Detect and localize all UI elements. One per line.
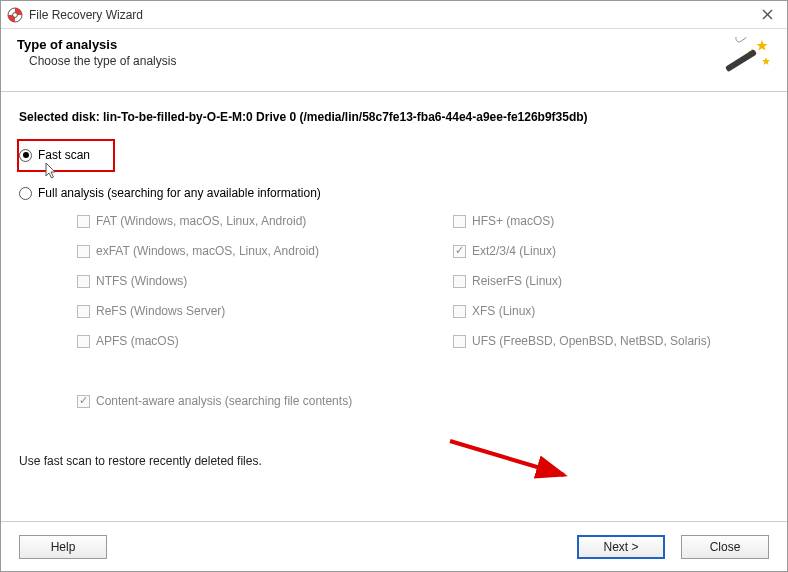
fs-option-reiser: ReiserFS (Linux) — [453, 274, 769, 288]
fs-option-ext: Ext2/3/4 (Linux) — [453, 244, 769, 258]
svg-marker-6 — [762, 57, 770, 65]
checkbox-checked-icon — [453, 245, 466, 258]
checkbox-icon — [77, 335, 90, 348]
fs-option-apfs: APFS (macOS) — [77, 334, 393, 348]
radio-unchecked-icon — [19, 187, 32, 200]
full-analysis-label: Full analysis (searching for any availab… — [38, 186, 321, 200]
page-title: Type of analysis — [17, 37, 725, 52]
hint-text: Use fast scan to restore recently delete… — [19, 454, 769, 468]
titlebar: File Recovery Wizard — [1, 1, 787, 29]
selected-disk-label: Selected disk: lin-To-be-filled-by-O-E-M… — [19, 110, 769, 124]
fs-option-fat: FAT (Windows, macOS, Linux, Android) — [77, 214, 393, 228]
checkbox-icon — [77, 245, 90, 258]
svg-rect-8 — [735, 37, 747, 43]
checkbox-icon — [453, 215, 466, 228]
checkbox-icon — [453, 335, 466, 348]
close-window-button[interactable] — [747, 1, 787, 29]
fs-option-refs: ReFS (Windows Server) — [77, 304, 393, 318]
close-icon — [762, 9, 773, 20]
next-button[interactable]: Next > — [577, 535, 665, 559]
close-button[interactable]: Close — [681, 535, 769, 559]
fs-option-ntfs: NTFS (Windows) — [77, 274, 393, 288]
wizard-window: File Recovery Wizard Type of analysis Ch… — [0, 0, 788, 572]
content-aware-label: Content-aware analysis (searching file c… — [96, 394, 352, 408]
full-analysis-option[interactable]: Full analysis (searching for any availab… — [19, 184, 769, 202]
checkbox-icon — [77, 215, 90, 228]
fs-option-xfs: XFS (Linux) — [453, 304, 769, 318]
radio-checked-icon — [19, 149, 32, 162]
help-button[interactable]: Help — [19, 535, 107, 559]
wizard-wand-icon — [725, 37, 771, 77]
svg-marker-4 — [757, 40, 768, 51]
checkbox-checked-icon — [77, 395, 90, 408]
wizard-body: Selected disk: lin-To-be-filled-by-O-E-M… — [1, 92, 787, 521]
window-title: File Recovery Wizard — [29, 8, 747, 22]
fs-option-hfs: HFS+ (macOS) — [453, 214, 769, 228]
fs-option-exfat: exFAT (Windows, macOS, Linux, Android) — [77, 244, 393, 258]
svg-point-1 — [13, 12, 18, 17]
mouse-cursor-icon — [45, 162, 59, 180]
fast-scan-label: Fast scan — [38, 148, 90, 162]
wizard-footer: Help Next > Close — [1, 521, 787, 571]
checkbox-icon — [453, 305, 466, 318]
content-aware-option: Content-aware analysis (searching file c… — [77, 394, 769, 408]
fs-option-ufs: UFS (FreeBSD, OpenBSD, NetBSD, Solaris) — [453, 334, 769, 348]
page-subtitle: Choose the type of analysis — [17, 54, 725, 68]
fast-scan-option[interactable]: Fast scan — [19, 146, 769, 164]
svg-rect-7 — [725, 49, 757, 72]
wizard-header: Type of analysis Choose the type of anal… — [1, 29, 787, 92]
checkbox-icon — [453, 275, 466, 288]
checkbox-icon — [77, 275, 90, 288]
checkbox-icon — [77, 305, 90, 318]
filesystem-options-grid: FAT (Windows, macOS, Linux, Android) exF… — [77, 214, 769, 364]
app-icon — [7, 7, 23, 23]
